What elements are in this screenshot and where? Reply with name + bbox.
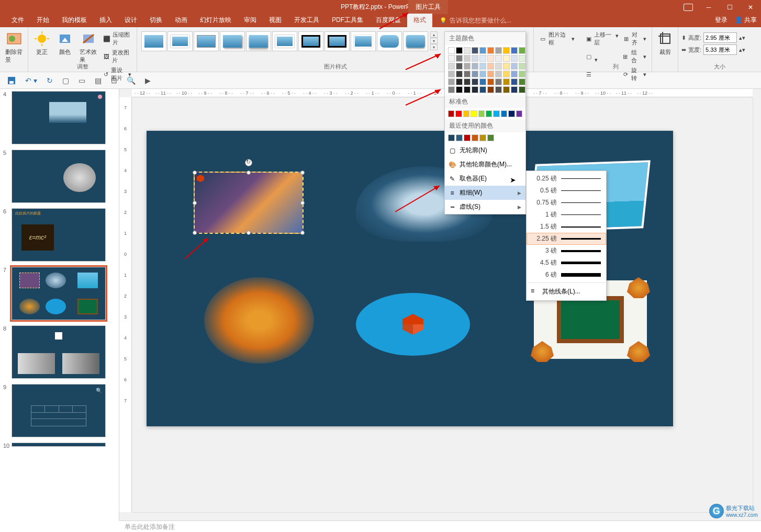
remove-background-button[interactable]: 删除背景 (3, 29, 25, 65)
color-swatch[interactable] (511, 78, 518, 85)
tab-developer[interactable]: 开发工具 (288, 14, 326, 27)
color-swatch[interactable] (479, 78, 486, 85)
color-swatch[interactable] (479, 71, 486, 77)
corrections-button[interactable]: 更正 (31, 29, 52, 83)
color-swatch[interactable] (487, 86, 494, 89)
style-thumb[interactable] (167, 31, 193, 51)
color-swatch[interactable] (456, 86, 463, 89)
color-button[interactable]: 颜色 (54, 29, 75, 83)
color-swatch[interactable] (495, 71, 502, 77)
login-button[interactable]: 登录 (715, 16, 728, 25)
color-swatch[interactable] (511, 86, 518, 89)
tab-transitions[interactable]: 切换 (143, 14, 169, 27)
gallery-expand[interactable]: ▴▾▾ (430, 31, 438, 50)
share-button[interactable]: 👤 共享 (735, 16, 757, 25)
color-swatch[interactable] (503, 55, 510, 62)
tab-file[interactable]: 文件 (5, 14, 30, 27)
height-input[interactable] (703, 32, 737, 43)
color-swatch[interactable] (519, 47, 525, 54)
color-swatch[interactable] (479, 47, 486, 54)
color-swatch[interactable] (464, 78, 471, 85)
tab-insert[interactable]: 插入 (93, 14, 118, 27)
color-swatch[interactable] (456, 47, 463, 54)
close-button[interactable]: ✕ (740, 0, 761, 14)
color-swatch[interactable] (472, 78, 478, 85)
color-swatch[interactable] (511, 63, 518, 70)
style-thumb[interactable] (377, 31, 402, 51)
style-thumb[interactable] (403, 31, 428, 51)
width-input[interactable] (703, 44, 737, 55)
color-swatch[interactable] (464, 55, 471, 62)
tab-animations[interactable]: 动画 (169, 14, 194, 27)
style-thumb[interactable] (246, 31, 271, 51)
color-swatch[interactable] (519, 78, 525, 85)
color-swatch[interactable] (456, 63, 463, 70)
contextual-tab-picture-tools[interactable]: 图片工具 (408, 0, 448, 14)
color-swatch[interactable] (503, 63, 510, 70)
save-button[interactable] (7, 76, 16, 85)
spinner[interactable]: ▴▾ (739, 35, 745, 41)
color-swatch[interactable] (495, 78, 502, 85)
color-swatch[interactable] (472, 55, 478, 62)
color-swatch[interactable] (503, 71, 510, 77)
color-swatch[interactable] (472, 63, 478, 70)
color-swatch[interactable] (456, 71, 463, 77)
style-thumb[interactable] (272, 31, 297, 51)
style-thumb[interactable] (141, 31, 166, 51)
color-swatch[interactable] (448, 55, 455, 62)
color-swatch[interactable] (495, 47, 502, 54)
qat-button[interactable]: ▶ (145, 76, 151, 85)
minimize-button[interactable]: ─ (698, 0, 719, 14)
color-swatch[interactable] (487, 71, 494, 77)
color-swatch[interactable] (487, 63, 494, 70)
color-swatch[interactable] (503, 78, 510, 85)
color-swatch[interactable] (472, 71, 478, 77)
color-swatch[interactable] (503, 86, 510, 89)
color-swatch[interactable] (511, 55, 518, 62)
tab-review[interactable]: 审阅 (238, 14, 263, 27)
color-swatch[interactable] (503, 47, 510, 54)
color-swatch[interactable] (464, 63, 471, 70)
tab-pdf-tools[interactable]: PDF工具集 (326, 14, 370, 27)
color-swatch[interactable] (487, 47, 494, 54)
color-swatch[interactable] (511, 47, 518, 54)
color-swatch[interactable] (464, 86, 471, 89)
color-swatch[interactable] (495, 86, 502, 89)
style-thumb[interactable] (324, 31, 350, 51)
color-swatch[interactable] (456, 78, 463, 85)
spinner[interactable]: ▴▾ (739, 47, 745, 53)
color-swatch[interactable] (448, 63, 455, 70)
crop-button[interactable]: 裁剪 (655, 29, 675, 57)
color-swatch[interactable] (479, 63, 486, 70)
color-swatch[interactable] (519, 63, 525, 70)
color-swatch[interactable] (448, 86, 455, 89)
artistic-effects-button[interactable]: 艺术效果 (77, 29, 99, 83)
tab-my-templates[interactable]: 我的模板 (55, 14, 93, 27)
color-swatch[interactable] (472, 86, 478, 89)
color-swatch[interactable] (519, 71, 525, 77)
color-swatch[interactable] (456, 55, 463, 62)
bring-forward-button[interactable]: ▣上移一层 ▾ ⊞对齐▾ (583, 30, 648, 47)
style-thumb[interactable] (351, 31, 376, 51)
color-swatch[interactable] (495, 55, 502, 62)
color-swatch[interactable] (487, 78, 494, 85)
style-thumb[interactable] (194, 31, 219, 51)
color-swatch[interactable] (487, 55, 494, 62)
tab-home[interactable]: 开始 (30, 14, 55, 27)
color-swatch[interactable] (448, 47, 455, 54)
color-swatch[interactable] (519, 86, 525, 89)
picture-border-button[interactable]: ▭图片边框 ▾ (537, 30, 577, 47)
color-swatch[interactable] (495, 63, 502, 70)
ribbon-display-options-icon[interactable] (684, 4, 693, 11)
compress-pictures-button[interactable]: ⬛压缩图片 (101, 30, 133, 47)
color-swatch[interactable] (464, 47, 471, 54)
color-swatch[interactable] (448, 78, 455, 85)
color-swatch[interactable] (511, 71, 518, 77)
tab-design[interactable]: 设计 (118, 14, 143, 27)
color-swatch[interactable] (479, 55, 486, 62)
color-swatch[interactable] (479, 86, 486, 89)
tab-view[interactable]: 视图 (263, 14, 288, 27)
color-swatch[interactable] (448, 71, 455, 77)
tab-slideshow[interactable]: 幻灯片放映 (194, 14, 238, 27)
style-thumb[interactable] (298, 31, 323, 51)
